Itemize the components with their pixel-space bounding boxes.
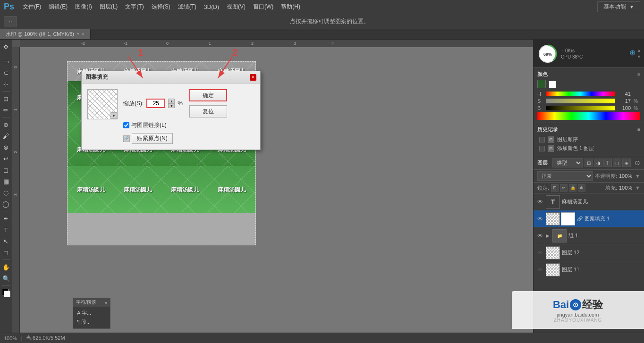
background-swatch[interactable] [549,81,556,88]
left-toolbar: ✥ ▭ ⊂ ⊹ ⊡ ✏ ⊕ 🖌 ⊗ ↩ ◻ ▦ ◌ ◯ ✒ T ↖ ◻ ✋ 🔍 [0,40,12,343]
ruler-label-v3: 3 [13,193,18,196]
layer-eye-0[interactable]: 👁 [536,198,544,206]
scale-input[interactable] [146,99,165,108]
filter-icon-type[interactable]: T [603,159,612,167]
tool-options-icon[interactable]: ↔ [4,16,17,27]
cpu-minimize-icon[interactable]: » [637,54,640,59]
char-panel-title: 字符/段落 [76,299,96,306]
tool-marquee[interactable]: ▭ [1,56,11,67]
layer-eye-2[interactable]: 👁 [536,232,544,240]
layer-item-2[interactable]: 👁 ▶ 📁 组 1 [534,227,644,244]
layer-item-0[interactable]: 👁 T 麻糟汤圆儿 [534,193,644,210]
tool-wand[interactable]: ⊹ [1,79,11,89]
document-tab-close[interactable]: × [82,32,85,37]
tool-healing[interactable]: ⊕ [1,119,11,130]
lock-all-icon[interactable]: 🔒 [569,184,576,192]
menu-help[interactable]: 帮助(H) [277,1,304,13]
main-layout: ✥ ▭ ⊂ ⊹ ⊡ ✏ ⊕ 🖌 ⊗ ↩ ◻ ▦ ◌ ◯ ✒ T ↖ ◻ ✋ 🔍 … [0,40,644,343]
menu-image[interactable]: 图像(I) [71,1,95,13]
tool-zoom[interactable]: 🔍 [1,273,11,284]
snap-button[interactable]: 贴紧原点(N) [132,133,173,144]
cpu-plus-icon[interactable]: ⊕ [629,48,636,59]
dialog-body: ▼ 缩放(S): ▲ ▼ % 确 [82,84,260,150]
layer-item-1[interactable]: 👁 🔗 图案填充 1 [534,210,644,227]
menu-select[interactable]: 选择(S) [148,1,174,13]
layer-item-3[interactable]: 👁 图层 12 [534,244,644,261]
hue-slider[interactable] [546,92,615,96]
foreground-swatch[interactable] [537,80,546,88]
filter-toggle-icon[interactable]: ⊙ [635,159,640,167]
foreground-background-colors[interactable] [1,288,11,298]
link-layer-checkbox[interactable] [123,122,129,128]
tool-history-brush[interactable]: ↩ [1,153,11,164]
pattern-dropdown-button[interactable]: ▼ [110,112,117,119]
scale-down-button[interactable]: ▼ [168,103,175,108]
tool-eraser[interactable]: ◻ [1,165,11,175]
layer-eye-1[interactable]: 👁 [536,215,544,223]
lock-pixels-icon[interactable]: ⊡ [551,184,559,192]
ps-logo: Ps [4,2,14,12]
pattern-preview-thumbnail: ▼ [87,89,118,119]
layer-item-4[interactable]: 👁 图层 11 [534,261,644,278]
tool-brush[interactable]: 🖌 [1,131,11,141]
character-panel: 字符/段落 » A 字... ¶ 段... [73,298,110,329]
menu-edit[interactable]: 编辑(E) [45,1,71,13]
layer-eye-3[interactable]: 👁 [536,249,544,257]
tool-hand[interactable]: ✋ [1,262,11,272]
document-tab[interactable]: 水印 @ 100% (组 1, CMYK/8) * × [0,29,91,39]
menu-type[interactable]: 文字(T) [121,1,147,13]
char-panel-item-text[interactable]: A 字... [77,309,106,318]
document-tab-modified: * [77,32,79,37]
dialog-action-buttons: 确定 复位 [189,89,227,117]
lock-position-icon[interactable]: ✏ [560,184,568,192]
saturation-slider[interactable] [546,99,615,103]
tool-path-select[interactable]: ↖ [1,236,11,246]
filter-icon-smart[interactable]: ◈ [622,159,631,167]
tool-gradient[interactable]: ▦ [1,176,11,186]
lock-artboard-icon[interactable]: ⊕ [578,184,585,192]
cpu-expand-icon[interactable]: « [637,48,640,53]
menu-filter[interactable]: 滤镜(T) [174,1,200,13]
menu-file[interactable]: 文件(F) [19,1,45,13]
filter-icon-shape[interactable]: ◻ [613,159,621,167]
history-item-0[interactable]: ⊟ 图层顺序 [537,135,640,144]
history-item-1[interactable]: ⊟ 添加新色 1 图层 [537,144,640,153]
char-panel-collapse[interactable]: » [104,300,107,305]
menu-view[interactable]: 视图(V) [223,1,249,13]
tool-lasso[interactable]: ⊂ [1,67,11,78]
tool-clone[interactable]: ⊗ [1,142,11,152]
dialog-title-bar[interactable]: 图案填充 × [82,71,260,84]
tool-type[interactable]: T [1,225,11,235]
history-panel-menu[interactable]: ≡ [637,127,640,132]
tool-pen[interactable]: ✒ [1,213,11,224]
layers-filter-select[interactable]: 类型 [552,158,583,167]
tool-dodge[interactable]: ◯ [1,199,11,209]
tool-crop[interactable]: ⊡ [1,93,11,104]
filter-icon-pixel[interactable]: ⊡ [585,159,593,167]
tool-eyedropper[interactable]: ✏ [1,105,11,115]
reset-button[interactable]: 复位 [189,105,227,117]
document-tab-label: 水印 @ 100% (组 1, CMYK/8) [6,31,74,38]
group-expand-icon[interactable]: ▶ [546,233,550,238]
scale-up-button[interactable]: ▲ [168,99,175,103]
char-panel-item-para[interactable]: ¶ 段... [77,318,106,326]
menu-layer[interactable]: 图层(L) [96,1,122,13]
blend-mode-select[interactable]: 正常 [537,171,593,181]
brightness-slider[interactable] [546,106,615,110]
blend-row: 正常 不透明度: 100% ▼ [534,170,644,183]
tool-blur[interactable]: ◌ [1,187,11,198]
filter-icon-adjust[interactable]: ◑ [594,159,602,167]
tool-shape[interactable]: ◻ [1,247,11,258]
fill-arrow[interactable]: ▼ [635,185,640,191]
workspace-selector[interactable]: 基本功能 ▼ [597,1,640,12]
history-panel-header: 历史记录 ≡ [537,126,640,133]
color-gradient-bar [537,112,640,120]
color-panel-menu[interactable]: ≡ [637,72,640,77]
layer-eye-4[interactable]: 👁 [536,266,544,274]
menu-3d[interactable]: 3D(D) [200,2,223,12]
tool-move[interactable]: ✥ [1,42,11,52]
dialog-close-button[interactable]: × [250,74,256,81]
confirm-button[interactable]: 确定 [189,89,227,101]
menu-window[interactable]: 窗口(W) [249,1,277,13]
opacity-arrow[interactable]: ▼ [635,173,640,179]
